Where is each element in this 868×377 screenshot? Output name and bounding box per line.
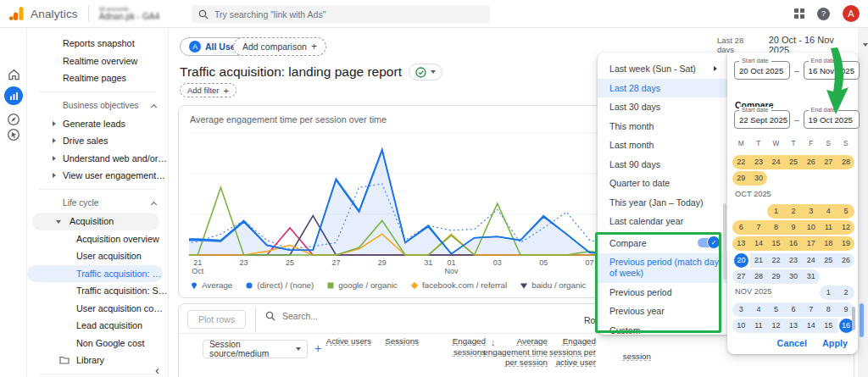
calendar-day[interactable]: 11 <box>820 220 837 235</box>
sidebar-item-user-acquisition-cohorts[interactable]: User acquisition cohorts <box>27 300 168 318</box>
apply-button[interactable]: Apply <box>822 338 848 348</box>
home-icon[interactable] <box>4 65 23 84</box>
calendar-day[interactable]: 4 <box>820 204 837 219</box>
calendar-day[interactable]: 7 <box>750 220 768 235</box>
sidebar-item-generate-leads[interactable]: Generate leads <box>27 115 168 133</box>
help-icon[interactable]: ? <box>817 8 830 20</box>
calendar-day[interactable]: 27 <box>732 269 750 284</box>
calendar-day[interactable]: 9 <box>785 220 803 235</box>
calendar-day[interactable]: 12 <box>837 220 855 235</box>
legend-item-direct-none[interactable]: (direct) / (none) <box>245 280 314 290</box>
calendar-day[interactable]: 10 <box>802 220 820 235</box>
global-search-bar[interactable] <box>192 5 490 23</box>
calendar-day[interactable]: 17 <box>802 236 820 251</box>
column-header-sessions[interactable]: Sessions <box>353 336 419 347</box>
sidebar-item-non-google-cost[interactable]: Non Google cost <box>27 335 168 352</box>
sidebar-item-lead-acquisition[interactable]: Lead acquisition <box>27 317 168 335</box>
calendar-day[interactable]: 21 <box>750 253 768 268</box>
avatar[interactable]: A <box>843 5 860 22</box>
compare-toggle[interactable]: ✓ <box>698 238 719 247</box>
calendar-day[interactable]: 20 <box>734 253 748 268</box>
section-business-objectives[interactable]: Business objectives <box>27 97 168 115</box>
sidebar-item-realtime-pages[interactable]: Realtime pages <box>27 69 168 87</box>
menu-item-last-month[interactable]: Last month <box>598 136 727 155</box>
calendar-day[interactable]: 7 <box>802 302 820 317</box>
calendar-day[interactable]: 5 <box>767 302 785 317</box>
column-header-engaged-sessions[interactable]: Engaged sessions <box>420 336 486 358</box>
calendar-day[interactable]: 12 <box>767 319 785 333</box>
calendar-day[interactable]: 23 <box>750 155 768 169</box>
sidebar-item-view-user-engagement-and-r[interactable]: View user engagement and r... <box>27 167 168 185</box>
calendar-day[interactable]: 3 <box>732 302 750 317</box>
menu-item-previous-period-match-day-of-week[interactable]: Previous period (match day of week) <box>598 253 727 283</box>
calendar-day[interactable]: 30 <box>750 171 768 186</box>
calendar-day[interactable]: 27 <box>820 155 837 169</box>
advertising-icon[interactable] <box>4 125 23 144</box>
sidebar-item-acquisition[interactable]: Acquisition <box>32 213 159 230</box>
sidebar-item-acquisition-overview[interactable]: Acquisition overview <box>27 230 168 248</box>
calendar-day[interactable]: 6 <box>785 302 803 317</box>
add-comparison-chip[interactable]: Add comparison + <box>233 37 326 56</box>
menu-scrollbar[interactable] <box>723 203 726 280</box>
sidebar-item-understand-web-and-or-app-t[interactable]: Understand web and/or app t... <box>27 150 168 168</box>
calendar-day[interactable]: 19 <box>837 236 855 251</box>
table-search-input[interactable] <box>282 311 401 321</box>
cancel-button[interactable]: Cancel <box>777 338 807 348</box>
calendar-day[interactable]: 22 <box>767 253 785 268</box>
calendar-day[interactable]: 22 <box>732 155 750 169</box>
calendar-day[interactable]: 13 <box>732 236 750 251</box>
sidebar-item-traffic-acquisition-landing[interactable]: Traffic acquisition: landing ... <box>27 265 163 283</box>
menu-item-quarter-to-date[interactable]: Quarter to date <box>598 174 727 193</box>
sidebar-item-realtime-overview[interactable]: Realtime overview <box>27 53 168 70</box>
calendar-day[interactable]: 28 <box>750 269 768 284</box>
sidebar-item-user-acquisition[interactable]: User acquisition <box>27 247 168 265</box>
section-life-cycle[interactable]: Life cycle <box>27 194 168 213</box>
menu-item-last-calendar-year[interactable]: Last calendar year <box>598 212 727 231</box>
sidebar-item-drive-sales[interactable]: Drive sales <box>27 132 168 150</box>
sidebar-collapse-icon[interactable]: ‹ <box>155 363 159 377</box>
compare-start-date-field[interactable]: Start date 22 Sept 2025 <box>734 110 790 129</box>
page-scrollbar[interactable] <box>860 303 864 337</box>
legend-item-baidu-organic[interactable]: baidu / organic <box>520 280 586 290</box>
menu-item-previous-period[interactable]: Previous period <box>598 283 727 302</box>
analytics-logo-icon[interactable] <box>8 6 25 21</box>
calendar-day[interactable]: 25 <box>820 253 837 268</box>
calendar-day[interactable]: 15 <box>820 319 837 333</box>
calendar-day[interactable]: 31 <box>802 269 820 284</box>
compare-end-date-field[interactable]: End date 19 Oct 2025 <box>804 110 860 129</box>
calendar-day[interactable]: 25 <box>785 155 803 169</box>
menu-item-this-year-jan-today[interactable]: This year (Jan – Today) <box>598 193 727 213</box>
account-switcher[interactable]: All accounts Adnan.pk - GA4 <box>99 6 159 21</box>
menu-item-last-week-sun-sat[interactable]: Last week (Sun - Sat) <box>598 59 727 79</box>
sidebar-item-library[interactable]: Library <box>27 352 168 369</box>
column-header-session[interactable]: session <box>585 352 651 363</box>
calendar-day[interactable]: 2 <box>785 204 803 219</box>
menu-item-last-90-days[interactable]: Last 90 days <box>598 155 727 175</box>
calendar-day[interactable]: 14 <box>802 319 820 333</box>
calendar-day[interactable]: 6 <box>732 220 750 235</box>
calendar-day[interactable]: 10 <box>732 319 750 333</box>
end-date-field[interactable]: End date 16 Nov 2025 <box>804 61 860 80</box>
calendar-day[interactable]: 24 <box>802 253 820 268</box>
apps-grid-icon[interactable] <box>794 8 804 19</box>
calendar-day[interactable]: 8 <box>820 302 837 317</box>
add-filter-chip[interactable]: Add filter + <box>180 83 236 97</box>
report-status-badge[interactable] <box>409 64 442 80</box>
calendar-day[interactable]: 15 <box>767 236 785 251</box>
table-search[interactable] <box>265 311 401 321</box>
menu-item-this-month[interactable]: This month <box>598 117 727 136</box>
calendar-day[interactable]: 2 <box>837 286 855 300</box>
calendar-day[interactable]: 30 <box>785 269 803 284</box>
reports-icon[interactable] <box>4 86 23 105</box>
calendar-day[interactable]: 5 <box>837 204 855 219</box>
calendar-scrollbar[interactable] <box>852 307 855 330</box>
calendar-day[interactable]: 16 <box>785 236 803 251</box>
menu-item-previous-year[interactable]: Previous year <box>598 302 727 321</box>
calendar-day[interactable]: 26 <box>837 253 855 268</box>
calendar-day[interactable]: 3 <box>802 204 820 219</box>
menu-item-last-28-days[interactable]: Last 28 days <box>598 79 727 98</box>
sidebar-item-reports-snapshot[interactable]: Reports snapshot <box>27 35 168 53</box>
calendar-day[interactable]: 1 <box>820 286 837 300</box>
calendar-day[interactable]: 1 <box>767 204 785 219</box>
menu-item-last-30-days[interactable]: Last 30 days <box>598 97 727 117</box>
